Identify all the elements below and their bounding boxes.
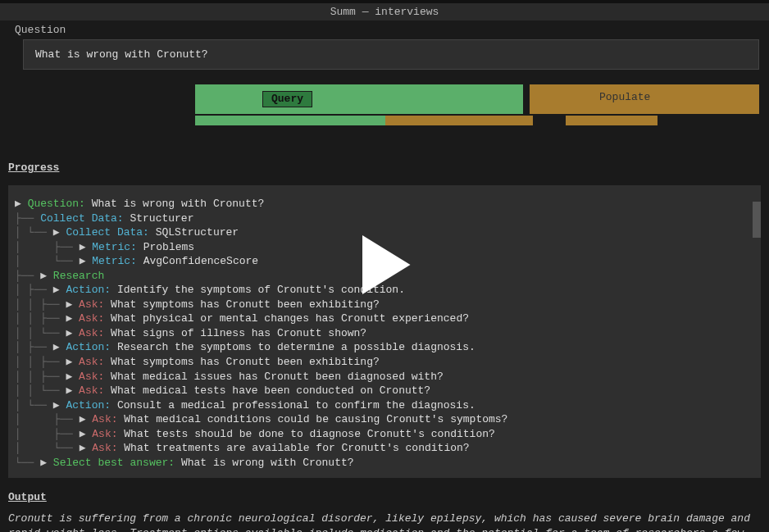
query-button[interactable]: Query xyxy=(262,91,312,107)
text: Identify the symptoms of Cronutt's condi… xyxy=(117,284,405,296)
title-bar: Summ — interviews xyxy=(0,3,769,20)
progress-heading: Progress xyxy=(8,161,769,174)
tree-branch-icon: └── xyxy=(40,327,59,339)
tree-branch-icon: ├── xyxy=(40,356,59,368)
tree-branch-icon: │ xyxy=(15,312,28,325)
tree-row-ask[interactable]: │ ├── ▶ Ask: What tests should be done t… xyxy=(15,427,754,442)
tree-row-ask[interactable]: │ │ ├── ▶ Ask: What physical or mental c… xyxy=(15,311,754,326)
tree-branch-icon: ├── xyxy=(28,284,47,296)
output-heading: Output xyxy=(8,491,769,503)
tree-branch-icon: ├── xyxy=(53,241,72,253)
populate-button[interactable]: Populate xyxy=(599,91,650,103)
label-metric: Metric: xyxy=(92,255,137,267)
tree-branch-icon: │ xyxy=(15,284,28,296)
label-ask: Ask: xyxy=(79,356,104,368)
expand-icon[interactable]: ▶ xyxy=(53,399,60,412)
tree-branch-icon: │ xyxy=(28,384,41,397)
tree-branch-icon: └── xyxy=(28,226,47,239)
tree-branch-icon: │ xyxy=(15,298,28,311)
tree-branch-icon: └── xyxy=(40,384,59,397)
tree-row-action[interactable]: │ ├── ▶ Action: Research the symptoms to… xyxy=(15,340,754,355)
text: What is wrong with Cronutt? xyxy=(92,198,265,210)
tree-branch-icon: │ xyxy=(28,356,41,368)
tree-row-ask[interactable]: │ │ └── ▶ Ask: What signs of illness has… xyxy=(15,326,754,341)
window-title: Summ — interviews xyxy=(330,6,439,18)
label-ask: Ask: xyxy=(79,371,104,383)
tree-row-question[interactable]: ▶ Question: What is wrong with Cronutt? xyxy=(15,197,754,211)
expand-icon[interactable]: ▶ xyxy=(40,270,47,282)
expand-icon[interactable]: ▶ xyxy=(15,198,21,210)
question-label: Question xyxy=(8,20,761,39)
expand-icon[interactable]: ▶ xyxy=(80,413,86,425)
expand-icon[interactable]: ▶ xyxy=(66,327,72,339)
text: What treatments are available for Cronut… xyxy=(124,442,469,454)
progress-panel: ▶ Question: What is wrong with Cronutt? … xyxy=(8,185,761,478)
tree-row-ask[interactable]: │ └── ▶ Ask: What treatments are availab… xyxy=(15,441,754,456)
tree-row-action[interactable]: │ ├── ▶ Action: Identify the symptoms of… xyxy=(15,283,754,298)
label-research: Research xyxy=(53,270,104,282)
tree-branch-icon: ├── xyxy=(53,413,72,425)
tree-row-ask[interactable]: │ ├── ▶ Ask: What medical conditions cou… xyxy=(15,412,754,427)
tree-branch-icon: │ xyxy=(15,255,28,267)
tree-branch-icon: └── xyxy=(15,457,34,469)
question-input[interactable] xyxy=(23,39,759,70)
tree-branch-icon: │ xyxy=(15,428,28,440)
expand-icon[interactable]: ▶ xyxy=(66,384,72,397)
text: What is wrong with Cronutt? xyxy=(181,457,354,469)
tree-row-collect[interactable]: │ └── ▶ Collect Data: SQLStructurer xyxy=(15,225,754,240)
tree-branch-icon: │ xyxy=(15,241,28,253)
tree-row-ask[interactable]: │ │ ├── ▶ Ask: What symptoms has Cronutt… xyxy=(15,355,754,370)
label-ask: Ask: xyxy=(79,384,104,397)
text: What medical conditions could be causing… xyxy=(124,413,507,425)
tree-branch-icon: ├── xyxy=(40,371,59,383)
expand-icon[interactable]: ▶ xyxy=(53,341,60,353)
expand-icon[interactable]: ▶ xyxy=(66,298,72,311)
tree-branch-icon: │ xyxy=(15,341,28,353)
expand-icon[interactable]: ▶ xyxy=(80,255,86,267)
tree-row-metric[interactable]: │ └── ▶ Metric: AvgConfidenceScore xyxy=(15,254,754,269)
tree-row-ask[interactable]: │ │ ├── ▶ Ask: What medical issues has C… xyxy=(15,370,754,384)
expand-icon[interactable]: ▶ xyxy=(66,312,72,325)
tree-branch-icon: │ xyxy=(28,298,41,311)
tree-branch-icon: │ xyxy=(15,384,28,397)
tree-branch-icon: ├── xyxy=(40,298,59,311)
progress-bar-segment xyxy=(566,116,658,125)
expand-icon[interactable]: ▶ xyxy=(66,356,72,368)
label-ask: Ask: xyxy=(79,327,104,339)
tree-branch-icon: ├── xyxy=(28,341,47,353)
text: Consult a medical professional to confir… xyxy=(117,399,476,412)
expand-icon[interactable]: ▶ xyxy=(80,442,86,454)
label-collect: Collect Data: xyxy=(66,226,148,239)
text: Problems xyxy=(143,241,194,253)
text: AvgConfidenceScore xyxy=(143,255,258,267)
text: Research the symptoms to determine a pos… xyxy=(117,341,476,353)
scrollbar-thumb[interactable] xyxy=(753,202,761,238)
tree-row-ask[interactable]: │ │ ├── ▶ Ask: What symptoms has Cronutt… xyxy=(15,298,754,312)
expand-icon[interactable]: ▶ xyxy=(53,284,60,296)
label-action: Action: xyxy=(66,284,111,296)
tree-branch-icon: ├── xyxy=(53,428,72,440)
query-bar xyxy=(195,84,523,114)
text: What medical tests have been conducted o… xyxy=(111,384,430,397)
tree-branch-icon: │ xyxy=(15,399,28,412)
tree-row-research[interactable]: ├── ▶ Research xyxy=(15,269,754,284)
label-question: Question: xyxy=(28,198,85,210)
tree-row-action[interactable]: │ └── ▶ Action: Consult a medical profes… xyxy=(15,398,754,413)
expand-icon[interactable]: ▶ xyxy=(66,371,72,383)
expand-icon[interactable]: ▶ xyxy=(40,457,47,469)
tree-row-select[interactable]: └── ▶ Select best answer: What is wrong … xyxy=(15,456,754,471)
tree-branch-icon: │ xyxy=(28,371,41,383)
text: Structurer xyxy=(130,212,193,225)
label-collect: Collect Data: xyxy=(40,212,123,225)
expand-icon[interactable]: ▶ xyxy=(53,226,60,239)
label-ask: Ask: xyxy=(92,442,117,454)
tree-row-collect[interactable]: ├── Collect Data: Structurer xyxy=(15,211,754,226)
tree-row-ask[interactable]: │ │ └── ▶ Ask: What medical tests have b… xyxy=(15,384,754,398)
tree-branch-icon: └── xyxy=(53,442,72,454)
expand-icon[interactable]: ▶ xyxy=(80,428,86,440)
tree-branch-icon: ├── xyxy=(15,212,34,225)
tree-row-metric[interactable]: │ ├── ▶ Metric: Problems xyxy=(15,240,754,255)
expand-icon[interactable]: ▶ xyxy=(80,241,86,253)
label-action: Action: xyxy=(66,341,111,353)
tree-branch-icon: │ xyxy=(28,312,41,325)
